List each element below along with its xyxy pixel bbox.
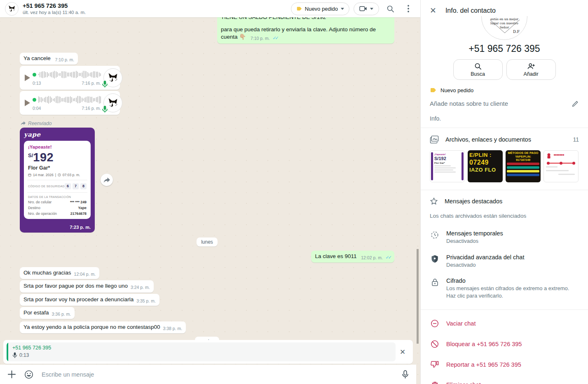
lock-icon — [431, 278, 438, 286]
search-icon — [474, 63, 482, 70]
bow-ribbon-icon — [7, 4, 16, 13]
contact-avatar[interactable] — [5, 2, 19, 16]
message-time: 7:10 p. m. — [251, 36, 270, 41]
chat-scrollbar[interactable] — [417, 249, 419, 344]
voice-draft-preview[interactable]: +51 965 726 395 0:13 ✕ — [3, 340, 413, 364]
message-bubble[interactable]: Srta por favor voy ha proceder a denunci… — [20, 294, 159, 306]
chevron-down-icon — [370, 8, 373, 10]
message-bubble[interactable]: Ya estoy yendo a la policía porque no me… — [20, 321, 186, 333]
message-time: 7:23 p. m. — [70, 225, 91, 230]
forwarded-label: Reenviado — [21, 121, 113, 126]
sender-avatar[interactable] — [103, 93, 122, 112]
voice-waveform[interactable] — [33, 95, 101, 104]
forward-button[interactable] — [101, 174, 113, 186]
attach-plus-icon[interactable] — [7, 370, 16, 379]
forward-icon — [21, 121, 26, 126]
sender-avatar[interactable] — [103, 68, 122, 87]
clear-chat-button[interactable]: Vaciar chat — [421, 313, 588, 334]
unplayed-mic-icon — [102, 80, 108, 88]
bank-chip — [507, 166, 539, 169]
search-contact-button[interactable]: Busca — [453, 59, 503, 80]
thumbnail-metodos-pago[interactable]: MÉTODOS DE PAGO YAPE/PLIN: 917167249 — [506, 150, 541, 182]
yape-logo: yape — [24, 131, 91, 138]
add-contact-button[interactable]: Añadir — [506, 59, 556, 80]
play-icon[interactable] — [25, 74, 30, 81]
report-contact-button[interactable]: Reportar a +51 965 726 395 — [421, 354, 588, 375]
message-text: TIENE UN SALDO PENDIENTE DE S/192 — [221, 17, 391, 21]
customer-notes-field[interactable]: Añade notas sobre tu cliente — [421, 93, 588, 107]
edit-pencil-icon[interactable] — [572, 100, 579, 107]
archived-silenced-note: Los chats archivados están silenciados — [421, 209, 588, 226]
play-icon[interactable] — [25, 100, 30, 106]
media-files-label: Archivos, enlaces y documentos — [445, 136, 566, 143]
whatsapp-window: TIENE UN SALDO PENDIENTE DE S/192 para q… — [0, 0, 588, 384]
security-code: 678 — [65, 183, 87, 189]
contact-phone: +51 965 726 395 — [421, 43, 588, 54]
contact-info-panel: ✕ Info. del contacto estás en un mejor l… — [420, 0, 588, 384]
message-text: La clave es 9011 — [315, 253, 356, 259]
yape-receipt-card[interactable]: yape ¡Yapeaste! S/192 Flor Gar* 14 mar. … — [20, 128, 95, 233]
media-files-row[interactable]: Archivos, enlaces y documentos 11 — [421, 128, 588, 149]
bank-chip — [507, 174, 539, 176]
block-contact-button[interactable]: Bloquear a +51 965 726 395 — [421, 334, 588, 354]
search-in-chat-button[interactable] — [383, 2, 397, 16]
red-pin-icon — [546, 153, 552, 159]
message-bubble[interactable]: Ok muchas gracias12:04 p. m. — [20, 267, 99, 279]
mic-icon — [12, 352, 17, 358]
starred-messages-row[interactable]: Mensajes destacados — [421, 190, 588, 209]
info-section-label: Info. — [421, 107, 588, 128]
message-text: Ya cancele — [23, 55, 51, 61]
close-icon[interactable]: ✕ — [396, 348, 410, 356]
close-icon[interactable]: ✕ — [430, 7, 436, 14]
security-code-label: CÓDIGO DE SEGURIDAD — [28, 185, 65, 188]
contact-photo[interactable]: estás en un mejor lugar con nuestro Seño… — [481, 16, 527, 40]
unplayed-dot — [33, 73, 36, 77]
disappearing-messages-row[interactable]: Mensajes temporales Desactivados — [421, 226, 588, 249]
emoji-icon[interactable] — [24, 370, 33, 379]
thumbnail-yape-receipt[interactable]: ¡Yapeaste! S/192 Flor Gar* — [430, 150, 465, 182]
new-order-button[interactable]: Nuevo pedido — [291, 2, 349, 15]
thumbnail-delivery-tracking[interactable]: ■■■■■■■ — [543, 150, 579, 182]
delete-chat-button[interactable]: Eliminar chat — [421, 375, 588, 384]
video-call-button[interactable] — [354, 2, 379, 15]
thumbnail-plin-banner[interactable]: E/PLIN : 07249 IAZO FLO — [468, 150, 503, 182]
voice-message[interactable]: 0:04 7:16 p. m. — [20, 91, 120, 115]
avatar-initials: D.F — [513, 30, 520, 34]
message-bubble[interactable]: Por estafa3:36 p. m. — [20, 307, 75, 319]
contact-meta[interactable]: +51 965 726 395 últ. vez hoy a la(s) 11:… — [23, 2, 86, 16]
receipt-datetime: 14 mar. 2026| 07:03 p. m. — [28, 173, 87, 177]
message-bubble[interactable]: Ya cancele 7:10 p. m. — [20, 53, 78, 65]
encryption-row[interactable]: Cifrado Los mensajes están cifrados de e… — [421, 273, 588, 304]
purple-bar — [431, 152, 433, 180]
kebab-menu-icon — [408, 5, 409, 12]
chevron-down-icon — [341, 8, 344, 10]
starred-messages-label: Mensajes destacados — [445, 198, 579, 205]
thumbs-down-icon — [431, 361, 439, 368]
message-input[interactable]: Escribe un mensaje — [42, 371, 394, 378]
chat-menu-button[interactable] — [401, 2, 415, 16]
star-icon — [430, 197, 438, 205]
voice-duration: 0:13 — [33, 80, 41, 86]
message-bubble[interactable]: La clave es 9011 12:02 p. m. ✓✓ — [311, 251, 394, 263]
message-bubble[interactable]: Srta por favor pague por dos me llego un… — [20, 280, 154, 292]
draft-duration: 0:13 — [19, 352, 29, 358]
message-list: TIENE UN SALDO PENDIENTE DE S/192 para q… — [0, 17, 420, 348]
business-label-row[interactable]: Nuevo pedido — [421, 80, 588, 93]
advanced-privacy-row[interactable]: Privacidad avanzada del chat Desactivado — [421, 249, 588, 273]
bow-ribbon-icon — [107, 71, 119, 84]
message-text: para que pueda retirarlo y enviarla la c… — [221, 26, 376, 40]
receipt-row: Nro. de celular*** *** 249 — [28, 200, 87, 204]
transaction-label: DATOS DE LA TRANSACCIÓN — [28, 195, 87, 198]
chat-pane: TIENE UN SALDO PENDIENTE DE S/192 para q… — [0, 0, 420, 384]
receipt-payee: Flor Gar* — [28, 165, 87, 171]
voice-waveform[interactable] — [33, 70, 101, 79]
chat-header[interactable]: +51 965 726 395 últ. vez hoy a la(s) 11:… — [0, 0, 420, 17]
panel-title: Info. del contacto — [445, 7, 496, 14]
voice-message[interactable]: 0:13 7:16 p. m. — [20, 66, 120, 90]
message-time: 7:16 p. m. — [82, 105, 101, 111]
message-bubble[interactable]: TIENE UN SALDO PENDIENTE DE S/192 para q… — [217, 17, 394, 44]
mic-icon[interactable] — [402, 370, 409, 379]
clock-icon — [58, 173, 61, 177]
receipt-row: Nro. de operación21764678 — [28, 212, 87, 216]
bow-ribbon-icon — [107, 96, 119, 109]
